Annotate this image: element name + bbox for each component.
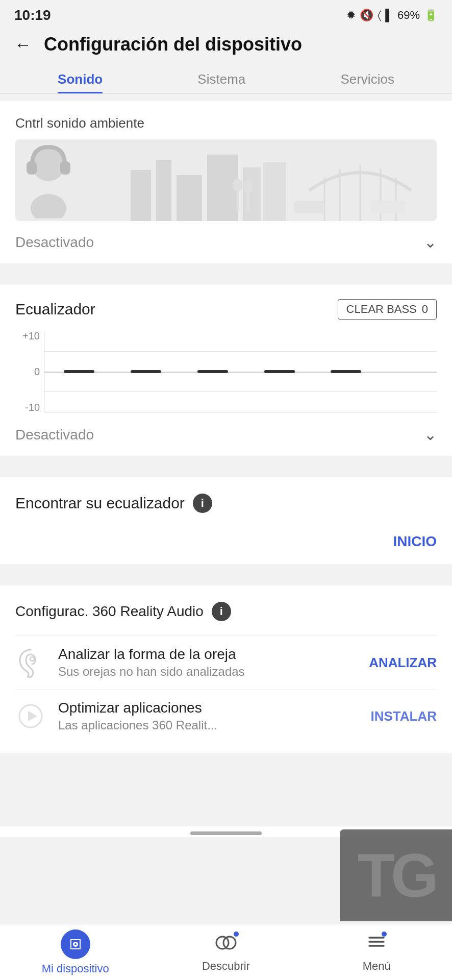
- eq-bars-area: [44, 331, 437, 412]
- svg-point-26: [216, 937, 229, 949]
- svg-point-21: [30, 657, 34, 661]
- city-illustration: [131, 139, 437, 221]
- eq-header: Ecualizador CLEAR BASS 0: [15, 299, 437, 320]
- eq-handle-5[interactable]: [331, 370, 361, 373]
- discover-label: Descubrir: [202, 960, 250, 973]
- home-pill: [190, 831, 262, 835]
- reality-header: Configurac. 360 Reality Audio i: [15, 602, 437, 621]
- eq-handle-4[interactable]: [264, 370, 295, 373]
- optimize-apps-text: Optimizar aplicaciones Las aplicaciones …: [58, 700, 358, 732]
- eq-dropdown-value: Desactivado: [15, 427, 94, 443]
- analyze-ear-text: Analizar la forma de la oreja Sus orejas…: [58, 646, 357, 679]
- tab-sistema[interactable]: Sistema: [197, 64, 245, 93]
- status-bar: 10:19 ✹ 🔇 〈 ▌ 69% 🔋: [0, 0, 452, 29]
- clear-bass-button[interactable]: CLEAR BASS 0: [338, 299, 437, 320]
- clear-bass-label: CLEAR BASS: [346, 303, 417, 316]
- eq-handle-3[interactable]: [197, 370, 228, 373]
- status-time: 10:19: [14, 7, 51, 23]
- discover-dot: [234, 932, 239, 937]
- analyze-ear-title: Analizar la forma de la oreja: [58, 646, 357, 663]
- status-icons: ✹ 🔇 〈 ▌ 69% 🔋: [346, 9, 438, 22]
- ambient-label: Cntrl sonido ambiente: [15, 115, 437, 131]
- tg-watermark: TG: [340, 829, 452, 921]
- bluetooth-icon: ✹: [346, 9, 356, 22]
- my-device-label: Mi dispositivo: [42, 962, 109, 975]
- eq-graph: +10 0 -10: [15, 331, 437, 412]
- bottom-spacer: [0, 760, 452, 826]
- divider-3: [0, 571, 452, 578]
- discover-icon: [213, 932, 239, 957]
- find-eq-header: Encontrar su ecualizador i: [15, 494, 437, 513]
- eq-chevron-down-icon[interactable]: ⌄: [424, 426, 437, 444]
- svg-rect-2: [60, 161, 70, 175]
- headphone-illustration: [15, 142, 82, 218]
- reality-title: Configurac. 360 Reality Audio: [15, 603, 204, 620]
- svg-rect-5: [156, 160, 171, 221]
- tg-logo: TG: [358, 840, 435, 911]
- equalizer-section: Ecualizador CLEAR BASS 0 +10 0 -10 Desac…: [0, 285, 452, 456]
- battery-text: 69%: [397, 9, 420, 22]
- divider-2: [0, 463, 452, 470]
- svg-rect-4: [131, 170, 151, 221]
- nav-discover[interactable]: Descubrir: [150, 925, 301, 979]
- nav-my-device[interactable]: Mi dispositivo: [0, 923, 150, 981]
- svg-rect-1: [27, 161, 37, 175]
- eq-y-label-bot: -10: [25, 402, 40, 412]
- mute-icon: 🔇: [360, 9, 373, 22]
- svg-point-3: [31, 194, 66, 218]
- reality-info-icon[interactable]: i: [212, 602, 231, 621]
- wifi-icon: 〈: [378, 9, 381, 22]
- eq-handle-1[interactable]: [64, 370, 94, 373]
- eq-center-line: [44, 372, 437, 373]
- eq-dropdown[interactable]: Desactivado ⌄: [15, 423, 437, 444]
- svg-point-17: [233, 179, 243, 192]
- ambient-chevron-down-icon[interactable]: ⌄: [424, 233, 437, 251]
- tabs-bar: Sonido Sistema Servicios: [0, 64, 452, 94]
- eq-handle-2[interactable]: [131, 370, 161, 373]
- instalar-button[interactable]: INSTALAR: [370, 708, 437, 724]
- eq-y-label-top: +10: [22, 331, 40, 341]
- ambient-sound-section: Cntrl sonido ambiente: [0, 101, 452, 263]
- eq-title: Ecualizador: [15, 301, 95, 318]
- inicio-button[interactable]: INICIO: [393, 533, 437, 550]
- eq-grid-top: [44, 351, 437, 352]
- svg-point-19: [243, 180, 253, 192]
- inicio-container: INICIO: [15, 533, 437, 550]
- back-button[interactable]: ←: [14, 35, 32, 55]
- my-device-icon: [61, 929, 90, 959]
- eq-y-label-mid: 0: [34, 366, 40, 377]
- ear-icon: [15, 647, 46, 678]
- svg-rect-9: [263, 162, 286, 221]
- play-icon: [15, 701, 46, 731]
- ambient-illustration: [15, 139, 437, 221]
- analyze-ear-subtitle: Sus orejas no han sido analizadas: [58, 665, 357, 679]
- page-header: ← Configuración del dispositivo: [0, 29, 452, 64]
- analizar-button[interactable]: ANALIZAR: [369, 655, 437, 671]
- svg-marker-23: [28, 711, 37, 721]
- signal-icon: ▌: [385, 9, 393, 22]
- svg-point-27: [223, 937, 236, 949]
- divider-1: [0, 271, 452, 278]
- optimize-apps-item: Optimizar aplicaciones Las aplicaciones …: [15, 689, 437, 743]
- optimize-apps-title: Optimizar aplicaciones: [58, 700, 358, 716]
- find-eq-info-icon[interactable]: i: [193, 494, 212, 513]
- svg-rect-8: [243, 167, 261, 221]
- battery-icon: 🔋: [424, 9, 438, 22]
- ambient-value: Desactivado: [15, 234, 94, 251]
- eq-y-labels: +10 0 -10: [15, 331, 44, 412]
- bottom-nav: Mi dispositivo Descubrir Menú: [0, 924, 452, 980]
- tab-sonido[interactable]: Sonido: [58, 64, 103, 93]
- reality-audio-section: Configurac. 360 Reality Audio i Analizar…: [0, 585, 452, 753]
- tab-servicios[interactable]: Servicios: [340, 64, 394, 93]
- eq-grid-bot: [44, 391, 437, 392]
- menu-icon: [366, 932, 387, 957]
- menu-label: Menú: [363, 960, 391, 973]
- analyze-ear-item: Analizar la forma de la oreja Sus orejas…: [15, 635, 437, 689]
- svg-rect-16: [370, 201, 406, 213]
- ambient-dropdown[interactable]: Desactivado ⌄: [15, 230, 437, 251]
- clear-bass-value: 0: [422, 303, 428, 316]
- find-eq-title: Encontrar su ecualizador: [15, 495, 185, 512]
- svg-point-25: [74, 943, 77, 945]
- svg-rect-6: [177, 175, 202, 221]
- nav-menu[interactable]: Menú: [302, 925, 452, 979]
